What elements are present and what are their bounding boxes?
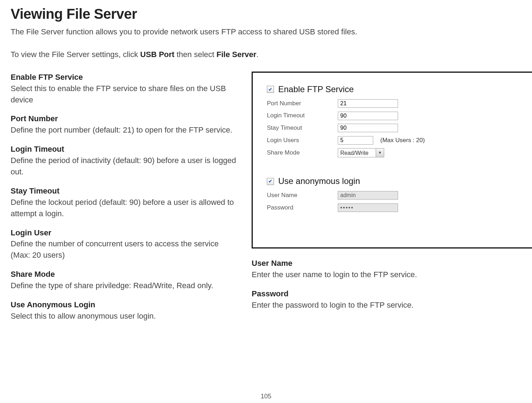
intro-nav-post: . [256, 50, 258, 59]
def-stay-timeout: Stay Timeout Define the lockout period (… [11, 185, 237, 219]
enable-ftp-checkbox[interactable]: ✔ [267, 86, 274, 93]
desc-anonymous-login: Select this to allow anonymous user logi… [11, 310, 237, 322]
login-timeout-label: Login Timeout [267, 111, 338, 120]
desc-login-timeout: Define the period of inactivity (default… [11, 155, 237, 178]
term-anonymous-login: Use Anonymous Login [11, 299, 237, 310]
term-login-user: Login User [11, 227, 237, 239]
intro-navigation: To view the File Server settings, click … [11, 49, 521, 60]
desc-password: Enter the password to login to the FTP s… [252, 300, 532, 311]
def-enable-ftp: Enable FTP Service Select this to enable… [11, 72, 237, 106]
anonymous-login-header: ✔ Use anonymous login [267, 175, 520, 187]
desc-enable-ftp: Select this to enable the FTP service to… [11, 83, 237, 106]
share-mode-select[interactable]: Read/Write ▼ [338, 148, 384, 157]
def-anonymous-login: Use Anonymous Login Select this to allow… [11, 299, 237, 322]
term-user-name: User Name [252, 258, 532, 269]
chevron-down-icon: ▼ [376, 149, 384, 157]
stay-timeout-input[interactable] [338, 124, 398, 132]
def-port-number: Port Number Define the port number (defa… [11, 113, 237, 136]
def-share-mode: Share Mode Define the type of share priv… [11, 269, 237, 291]
intro-nav-usb-port: USB Port [140, 50, 175, 59]
user-name-label: User Name [267, 191, 338, 200]
intro-text: The File Server function allows you to p… [11, 26, 521, 38]
term-login-timeout: Login Timeout [11, 144, 237, 155]
intro-paragraph-1: The File Server function allows you to p… [11, 27, 357, 36]
page-number: 105 [261, 392, 271, 401]
password-input[interactable] [338, 203, 398, 212]
password-label: Password [267, 203, 338, 212]
port-number-label: Port Number [267, 99, 338, 108]
term-password: Password [252, 288, 532, 300]
enable-ftp-label: Enable FTP Service [278, 83, 354, 96]
intro-nav-file-server: File Server [217, 50, 257, 59]
login-users-hint: (Max Users : 20) [380, 136, 425, 145]
def-login-user: Login User Define the number of concurre… [11, 227, 237, 261]
anonymous-login-checkbox[interactable]: ✔ [267, 178, 274, 185]
def-password: Password Enter the password to login to … [252, 288, 532, 311]
port-number-input[interactable] [338, 99, 398, 108]
term-port-number: Port Number [11, 113, 237, 124]
login-users-label: Login Users [267, 136, 338, 145]
settings-panel: ✔ Enable FTP Service Port Number Login T… [252, 72, 532, 248]
def-login-timeout: Login Timeout Define the period of inact… [11, 144, 237, 178]
term-share-mode: Share Mode [11, 269, 237, 280]
anonymous-login-label: Use anonymous login [278, 175, 360, 187]
term-enable-ftp: Enable FTP Service [11, 72, 237, 83]
desc-stay-timeout: Define the lockout period (default: 90) … [11, 197, 237, 219]
login-timeout-input[interactable] [338, 112, 398, 120]
user-name-input[interactable] [338, 191, 398, 200]
desc-port-number: Define the port number (default: 21) to … [11, 124, 237, 136]
intro-nav-mid: then select [174, 50, 217, 59]
share-mode-label: Share Mode [267, 149, 338, 157]
intro-nav-pre: To view the File Server settings, click [11, 50, 140, 59]
enable-ftp-header: ✔ Enable FTP Service [267, 83, 520, 96]
def-user-name: User Name Enter the user name to login t… [252, 258, 532, 280]
share-mode-value: Read/Write [338, 149, 376, 157]
desc-user-name: Enter the user name to login to the FTP … [252, 269, 532, 280]
desc-share-mode: Define the type of share priviledge: Rea… [11, 280, 237, 291]
desc-login-user: Define the number of concurrent users to… [11, 238, 237, 261]
login-users-input[interactable] [338, 136, 373, 145]
term-stay-timeout: Stay Timeout [11, 185, 237, 197]
stay-timeout-label: Stay Timeout [267, 124, 338, 133]
page-title: Viewing File Server [11, 4, 521, 24]
